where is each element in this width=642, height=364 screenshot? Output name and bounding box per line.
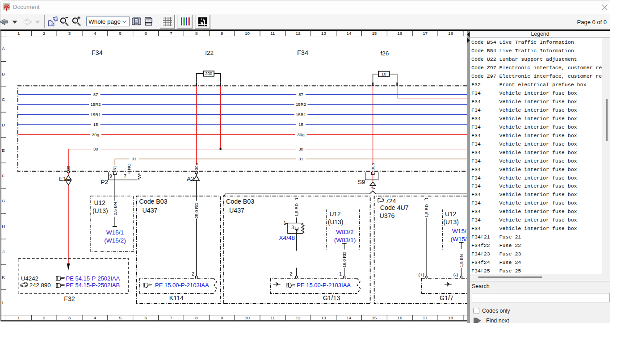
grid-toggle-button[interactable]: [160, 15, 175, 29]
highlight-mode-button[interactable]: [195, 15, 210, 29]
color-mode-button[interactable]: [177, 15, 193, 29]
ruler-col-label: 7: [170, 31, 172, 36]
hscroll-thumb[interactable]: [478, 276, 542, 278]
legend-row[interactable]: Code B54 Live Traffic Information: [471, 47, 602, 55]
label-u376: U376: [379, 212, 394, 219]
legend-row[interactable]: Code Z97 Electronic interface, customer …: [471, 64, 602, 72]
codes-only-label: Codes only: [482, 308, 510, 314]
car-document-icon: [3, 3, 10, 11]
ruler-col-label: 18: [448, 315, 453, 320]
legend-row[interactable]: F34 Vehicle interior fuse box: [471, 89, 602, 98]
label-f32: F32: [64, 295, 75, 302]
wire-label-nc: NC: [126, 164, 131, 170]
single-page-button[interactable]: [132, 17, 141, 25]
label-f34-left: F34: [92, 49, 103, 56]
bus-label: 31: [298, 156, 303, 161]
label-u4242: U4242: [21, 275, 38, 282]
legend-row[interactable]: F34 Vehicle interior fuse box: [471, 115, 602, 123]
codes-only-checkbox[interactable]: [473, 308, 479, 314]
legend-row[interactable]: F34 Vehicle interior fuse box: [471, 216, 602, 225]
zoom-select-value: Whole page: [88, 18, 121, 25]
label-w83-1: (W83/1): [334, 237, 356, 243]
ruler-col-label: 2: [43, 315, 45, 320]
zoom-select[interactable]: Whole page: [86, 17, 130, 26]
expand-right-icon[interactable]: [467, 38, 470, 43]
zoom-out-button[interactable]: [59, 15, 70, 27]
legend-row[interactable]: F34 Vehicle interior fuse box: [471, 208, 602, 216]
single-page-icon: [132, 17, 141, 25]
panel-splitter[interactable]: [467, 31, 470, 323]
ruler-row-label: L: [2, 300, 5, 305]
bus-label: 31: [132, 156, 137, 161]
find-next-button[interactable]: Find next: [473, 318, 509, 323]
collapse-left-icon[interactable]: [467, 32, 470, 37]
link-f32-a: PE 54.15-P-2502IAA: [66, 275, 120, 282]
label-w15-1b: W15/1: [452, 228, 467, 234]
ruler-row-label: K: [2, 275, 5, 280]
grid-pattern-icon: [163, 17, 172, 26]
ruler-col-label: 14: [347, 315, 352, 320]
legend-row[interactable]: F34 Vehicle interior fuse box: [471, 166, 602, 174]
invert-wire-icon: [198, 17, 207, 26]
fit-page-button[interactable]: [47, 16, 58, 27]
ruler-row-label: A: [2, 46, 5, 51]
forward-dropdown[interactable]: [35, 21, 40, 24]
wire-label-30b-b: 30b: [370, 163, 375, 170]
close-button[interactable]: [599, 1, 610, 13]
search-area: Search Codes only Find next: [470, 281, 610, 323]
label-e1: E1: [59, 176, 67, 182]
legend-row[interactable]: F34 Vehicle interior fuse box: [471, 98, 602, 106]
legend-vscrollbar[interactable]: [604, 38, 610, 280]
legend-hscrollbar[interactable]: [470, 274, 604, 280]
wiring-diagram[interactable]: 1122334455667788991010111112121313141415…: [0, 31, 467, 323]
legend-row[interactable]: Code Z97 Electronic interface, customer …: [471, 72, 602, 81]
legend-row[interactable]: Code B54 Live Traffic Information: [471, 38, 602, 47]
legend-list[interactable]: Code B54 Live Traffic InformationCode B5…: [470, 38, 602, 274]
wire-label-1-5rd-b: 1,5 RD: [424, 204, 429, 218]
page-break-button[interactable]: [144, 17, 153, 26]
pin-label-9: 9: [109, 174, 112, 179]
ruler-col-label: 6: [144, 31, 147, 36]
search-input[interactable]: [472, 293, 610, 302]
pin-label-plus: (+): [419, 272, 424, 277]
ruler-col-label: 17: [423, 31, 428, 36]
title-bar[interactable]: Document: [0, 0, 610, 14]
ruler-col-label: 6: [144, 315, 147, 320]
legend-row[interactable]: F34 Vehicle interior fuse box: [471, 191, 602, 199]
legend-row[interactable]: F34f25 Fuse 25: [471, 267, 602, 274]
zoom-in-button[interactable]: [71, 15, 82, 27]
schematic-svg: 1122334455667788991010111112121313141415…: [0, 31, 467, 323]
legend-row[interactable]: F34 Vehicle interior fuse box: [471, 225, 602, 233]
legend-row[interactable]: F34 Vehicle interior fuse box: [471, 174, 602, 183]
legend-row[interactable]: F34f23 Fuse 23: [471, 250, 602, 259]
legend-row[interactable]: F34 Vehicle interior fuse box: [471, 132, 602, 140]
link-f32-b: PE 54.15-P-2502IAB: [66, 282, 120, 289]
back-button[interactable]: [0, 18, 9, 26]
ruler-col-label: 1: [17, 31, 20, 36]
caret-down-icon: [12, 21, 17, 24]
legend-row[interactable]: F34f21 Fuse 21: [471, 233, 602, 242]
legend-row[interactable]: F34 Vehicle interior fuse box: [471, 157, 602, 166]
back-dropdown[interactable]: [12, 21, 17, 24]
legend-row[interactable]: F34f24 Fuse 24: [471, 259, 602, 267]
forward-button[interactable]: [22, 18, 32, 26]
legend-row[interactable]: F34 Vehicle interior fuse box: [471, 149, 602, 157]
legend-row[interactable]: F34 Vehicle interior fuse box: [471, 199, 602, 208]
find-next-label: Find next: [486, 318, 509, 323]
legend-row[interactable]: F32 Front electrical prefuse box: [471, 81, 602, 89]
legend-row[interactable]: F34 Vehicle interior fuse box: [471, 140, 602, 149]
label-u12-2: U12: [329, 211, 340, 218]
legend-row[interactable]: F34 Vehicle interior fuse box: [471, 106, 602, 115]
legend-header: Legend: [470, 31, 610, 38]
back-arrow-icon: [0, 18, 9, 26]
page-break-icon: [144, 17, 153, 26]
legend-row[interactable]: Code U22 Lumbar support adjustment: [471, 55, 602, 64]
find-next-icon: [473, 318, 482, 323]
legend-row[interactable]: F34 Vehicle interior fuse box: [471, 182, 602, 191]
legend-row[interactable]: F34f22 Fuse 22: [471, 242, 602, 250]
bus-label: 30g: [297, 132, 304, 137]
legend-row[interactable]: F34 Vehicle interior fuse box: [471, 123, 602, 132]
vscroll-thumb[interactable]: [606, 99, 608, 141]
wire-label-31: 31: [112, 166, 117, 171]
label-k114: K114: [169, 294, 184, 301]
